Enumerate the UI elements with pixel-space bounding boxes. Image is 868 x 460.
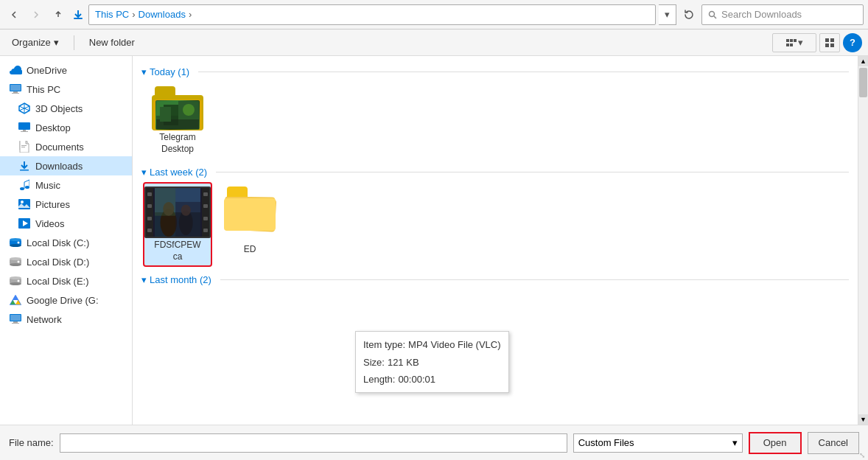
music-icon xyxy=(18,178,31,192)
sidebar: OneDrive This PC 3D Objects Desktop Docu xyxy=(0,56,133,425)
svg-rect-9 xyxy=(830,38,834,42)
file-area: ▾ Today (1) xyxy=(133,56,858,425)
sidebar-item-onedrive[interactable]: OneDrive xyxy=(0,60,132,80)
svg-point-43 xyxy=(10,282,21,285)
music-label: Music xyxy=(35,180,60,191)
localdiské-label: Local Disk (E:) xyxy=(27,276,89,287)
localdiskd-label: Local Disk (D:) xyxy=(27,257,89,268)
telegram-folder-icon xyxy=(152,86,203,130)
search-icon xyxy=(708,10,717,19)
svg-point-44 xyxy=(18,280,20,282)
onedrive-label: OneDrive xyxy=(27,65,67,76)
scroll-up-button[interactable]: ▲ xyxy=(858,56,868,66)
sidebar-item-desktop[interactable]: Desktop xyxy=(0,118,132,137)
svg-point-56 xyxy=(183,104,195,116)
svg-rect-58 xyxy=(160,107,171,122)
svg-point-38 xyxy=(10,257,21,260)
address-dropdown[interactable]: ▾ xyxy=(659,4,676,25)
svg-point-28 xyxy=(25,186,29,189)
layout-button[interactable] xyxy=(819,33,840,52)
help-button[interactable]: ? xyxy=(843,33,862,52)
sidebar-item-network[interactable]: Network xyxy=(0,310,132,329)
sidebar-item-localdiskc[interactable]: Local Disk (C:) xyxy=(0,233,132,252)
cancel-button[interactable]: Cancel xyxy=(808,432,859,454)
bottom-bar: File name: Custom Files ▾ Open Cancel ⤡ xyxy=(0,425,868,460)
open-button[interactable]: Open xyxy=(749,432,802,454)
scroll-down-button[interactable]: ▼ xyxy=(858,414,868,425)
search-box[interactable]: Search Downloads xyxy=(701,4,864,25)
forward-button[interactable] xyxy=(27,5,46,24)
documents-icon xyxy=(18,140,31,153)
resize-handle[interactable]: ⤡ xyxy=(859,451,868,460)
file-ed[interactable]: ED xyxy=(217,184,283,265)
thispc-icon xyxy=(9,83,22,96)
svg-point-30 xyxy=(21,201,24,203)
svg-rect-25 xyxy=(21,147,25,147)
svg-rect-26 xyxy=(20,170,29,171)
localdiskc-label: Local Disk (C:) xyxy=(27,237,89,248)
pictures-icon xyxy=(18,198,31,211)
video-content xyxy=(155,188,200,237)
downloads-icon xyxy=(18,159,31,172)
videos-label: Videos xyxy=(35,218,65,229)
group-lastweek[interactable]: ▾ Last week (2) xyxy=(141,167,849,178)
svg-rect-15 xyxy=(12,93,19,94)
path-downloads[interactable]: Downloads xyxy=(139,9,186,20)
refresh-button[interactable] xyxy=(679,5,699,24)
network-icon xyxy=(9,313,22,326)
svg-point-27 xyxy=(20,187,24,190)
video-thumbnail xyxy=(144,187,211,238)
right-scrollbar[interactable]: ▲ ▼ xyxy=(858,56,868,425)
svg-rect-5 xyxy=(794,39,797,42)
new-folder-button[interactable]: New folder xyxy=(83,34,141,51)
svg-rect-4 xyxy=(790,39,793,42)
svg-rect-8 xyxy=(825,38,829,42)
svg-rect-22 xyxy=(21,131,28,132)
sidebar-item-3dobjects[interactable]: 3D Objects xyxy=(0,99,132,118)
localdiské-icon xyxy=(9,274,22,288)
filetype-label: Custom Files xyxy=(578,437,634,448)
address-path[interactable]: This PC › Downloads › xyxy=(88,4,656,25)
file-fdsfcpewca[interactable]: FDSfCPEWca xyxy=(144,184,211,265)
svg-rect-24 xyxy=(21,145,27,146)
filetype-dropdown[interactable]: Custom Files ▾ xyxy=(573,433,743,453)
file-tooltip: Item type: MP4 Video File (VLC) Size: 12… xyxy=(355,331,509,393)
filetype-chevron: ▾ xyxy=(732,437,738,448)
view-options-button[interactable]: ▾ xyxy=(772,33,816,52)
svg-point-42 xyxy=(10,276,21,279)
toolbar: Organize ▾ New folder ▾ ? xyxy=(0,29,868,56)
film-strip-left xyxy=(146,188,153,237)
file-telegram[interactable]: TelegramDesktop xyxy=(144,83,211,158)
recent-locations-button[interactable] xyxy=(49,5,68,24)
desktop-icon xyxy=(18,121,31,134)
view-icon xyxy=(786,39,797,46)
sidebar-item-downloads[interactable]: Downloads xyxy=(0,156,132,175)
3dobjects-label: 3D Objects xyxy=(35,103,83,114)
sidebar-item-googledrive[interactable]: Google Drive (G: xyxy=(0,290,132,310)
main-container: OneDrive This PC 3D Objects Desktop Docu xyxy=(0,56,868,425)
group-lastmonth[interactable]: ▾ Last month (2) xyxy=(141,274,849,285)
sidebar-item-thispc[interactable]: This PC xyxy=(0,80,132,99)
svg-rect-13 xyxy=(10,85,21,91)
sidebar-item-videos[interactable]: Videos xyxy=(0,214,132,233)
sidebar-item-localdiské[interactable]: Local Disk (E:) xyxy=(0,271,132,290)
svg-rect-52 xyxy=(10,315,21,321)
path-thispc[interactable]: This PC xyxy=(95,9,129,20)
sidebar-item-music[interactable]: Music xyxy=(0,175,132,195)
svg-rect-11 xyxy=(830,43,834,47)
svg-point-36 xyxy=(18,242,20,244)
documents-label: Documents xyxy=(35,142,84,153)
onedrive-icon xyxy=(9,63,22,77)
back-button[interactable] xyxy=(4,5,24,24)
telegram-name: TelegramDesktop xyxy=(159,132,195,155)
sidebar-item-localdiskd[interactable]: Local Disk (D:) xyxy=(0,252,132,271)
svg-rect-7 xyxy=(790,43,793,46)
group-today[interactable]: ▾ Today (1) xyxy=(141,66,849,77)
sidebar-item-pictures[interactable]: Pictures xyxy=(0,195,132,214)
organize-button[interactable]: Organize ▾ xyxy=(6,34,65,51)
scroll-thumb[interactable] xyxy=(859,68,867,97)
desktop-label: Desktop xyxy=(35,122,71,133)
sidebar-item-documents[interactable]: Documents xyxy=(0,137,132,156)
filename-input[interactable] xyxy=(60,433,567,453)
downloads-address-icon xyxy=(71,7,85,22)
